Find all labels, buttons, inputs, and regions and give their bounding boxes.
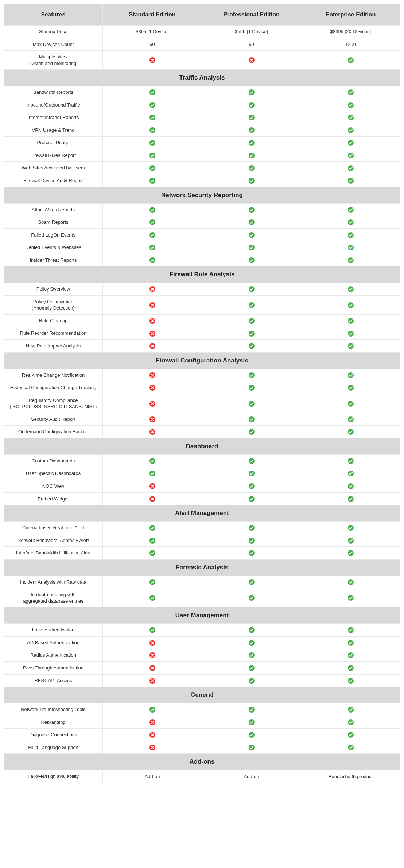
table-row: Denied Events & Websites xyxy=(4,241,400,254)
cross-icon xyxy=(149,732,155,738)
check-icon xyxy=(249,102,255,108)
table-cell: Add-on xyxy=(103,770,202,783)
table-cell xyxy=(202,716,301,729)
table-cell xyxy=(202,327,301,340)
cross-icon xyxy=(149,286,155,292)
table-cell xyxy=(301,394,400,413)
feature-label: New Rule Impact Analysis xyxy=(4,340,103,353)
table-row: Network Behavioral Anomaly Alert xyxy=(4,534,400,547)
section-title: General xyxy=(4,687,400,703)
check-icon xyxy=(348,496,354,502)
check-icon xyxy=(249,707,255,713)
table-cell xyxy=(103,86,202,99)
table-cell xyxy=(202,162,301,174)
check-icon xyxy=(149,165,155,171)
table-row: Real-time Change Notification xyxy=(4,369,400,382)
table-row: Starting Price$395 [1 Device]$595 [1 Dev… xyxy=(4,26,400,38)
table-cell: Bundled with product xyxy=(301,770,400,783)
table-cell xyxy=(202,637,301,649)
check-icon xyxy=(249,178,255,184)
table-cell xyxy=(301,480,400,493)
table-row: Pass Through Authentication xyxy=(4,662,400,675)
table-cell xyxy=(202,216,301,229)
table-cell xyxy=(301,703,400,716)
table-cell xyxy=(202,174,301,187)
check-icon xyxy=(348,525,354,531)
check-icon xyxy=(348,707,354,713)
check-icon xyxy=(348,140,354,146)
table-cell xyxy=(301,534,400,547)
table-row: Ondemand Configuration Backup xyxy=(4,426,400,438)
table-cell xyxy=(202,340,301,353)
cross-icon xyxy=(149,496,155,502)
check-icon xyxy=(348,550,354,556)
check-icon xyxy=(348,665,354,671)
check-icon xyxy=(249,719,255,725)
table-cell xyxy=(103,124,202,137)
cross-icon xyxy=(149,678,155,684)
feature-label: Embed Widget xyxy=(4,493,103,506)
check-icon xyxy=(348,245,354,250)
table-cell xyxy=(301,675,400,687)
table-cell xyxy=(202,588,301,607)
table-row: Rule Reorder Recommendation xyxy=(4,327,400,340)
table-cell xyxy=(301,624,400,637)
check-icon xyxy=(149,207,155,213)
edition-comparison-table: Features Standard Edition Professional E… xyxy=(4,4,400,783)
check-icon xyxy=(249,343,255,349)
table-cell xyxy=(103,99,202,112)
table-cell xyxy=(103,624,202,637)
check-icon xyxy=(249,372,255,378)
table-cell xyxy=(103,649,202,662)
feature-label: Multiple sites/Distributed monitoring xyxy=(4,51,103,70)
check-icon xyxy=(348,286,354,292)
section-title: User Management xyxy=(4,607,400,624)
col-standard: Standard Edition xyxy=(103,4,202,26)
table-cell xyxy=(301,741,400,754)
check-icon xyxy=(249,550,255,556)
table-cell xyxy=(301,283,400,296)
table-cell xyxy=(202,283,301,296)
table-row: Radius Authentication xyxy=(4,649,400,662)
table-row: Insider Threat Reports xyxy=(4,254,400,267)
feature-label: Max Devices Count xyxy=(4,38,103,51)
table-cell xyxy=(301,588,400,607)
table-cell xyxy=(202,547,301,560)
table-cell xyxy=(301,111,400,124)
table-row: Multi-Language Support xyxy=(4,741,400,754)
feature-label: Real-time Change Notification xyxy=(4,369,103,382)
check-icon xyxy=(348,385,354,391)
table-row: Multiple sites/Distributed monitoring xyxy=(4,51,400,70)
check-icon xyxy=(249,286,255,292)
table-cell xyxy=(301,174,400,187)
table-cell xyxy=(202,241,301,254)
check-icon xyxy=(249,471,255,476)
table-row: Diagnose Connections xyxy=(4,729,400,741)
table-cell xyxy=(202,137,301,149)
check-icon xyxy=(348,627,354,633)
table-cell xyxy=(103,455,202,468)
table-cell xyxy=(103,149,202,162)
feature-label: Firewall Rules Report xyxy=(4,149,103,162)
check-icon xyxy=(348,471,354,476)
section-row: Traffic Analysis xyxy=(4,70,400,86)
check-icon xyxy=(348,115,354,120)
section-title: Alert Management xyxy=(4,505,400,522)
table-row: Rule Cleanup xyxy=(4,315,400,327)
table-cell xyxy=(103,741,202,754)
check-icon xyxy=(149,219,155,225)
table-cell xyxy=(103,534,202,547)
feature-label: Rule Cleanup xyxy=(4,315,103,327)
check-icon xyxy=(149,178,155,184)
check-icon xyxy=(348,579,354,585)
table-cell xyxy=(103,413,202,426)
table-cell xyxy=(103,576,202,589)
check-icon xyxy=(149,89,155,95)
section-row: Firewall Configuration Analysis xyxy=(4,353,400,369)
cross-icon xyxy=(249,57,255,63)
table-cell xyxy=(103,111,202,124)
feature-label: Inbound/Outbound Traffic xyxy=(4,99,103,112)
section-row: Firewall Rule Analysis xyxy=(4,266,400,283)
check-icon xyxy=(348,102,354,108)
table-cell xyxy=(103,369,202,382)
